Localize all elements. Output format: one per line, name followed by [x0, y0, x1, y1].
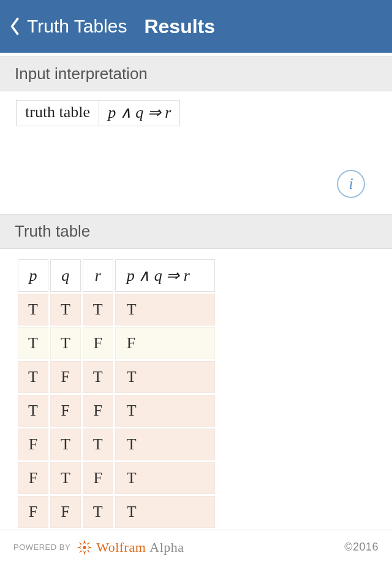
table-cell: T	[115, 496, 215, 528]
table-row: TFFT	[18, 395, 215, 427]
table-row: TTFF	[18, 327, 215, 359]
table-cell: T	[115, 361, 215, 393]
table-cell: F	[50, 361, 81, 393]
table-cell: T	[115, 462, 215, 494]
brand-second: Alpha	[149, 539, 184, 555]
svg-marker-1	[88, 546, 92, 548]
back-button-label[interactable]: Truth Tables	[27, 16, 127, 37]
svg-marker-5	[86, 549, 90, 553]
table-row: TTTT	[18, 294, 215, 326]
table-cell: T	[50, 429, 81, 460]
table-cell: T	[83, 496, 113, 528]
brand-first: Wolfram	[96, 539, 146, 555]
interpretation-label: truth table	[17, 101, 99, 126]
page-title: Results	[144, 15, 215, 38]
table-cell: T	[50, 462, 81, 494]
col-header-p: p	[18, 259, 48, 292]
info-icon[interactable]: i	[337, 170, 365, 198]
svg-marker-6	[79, 549, 83, 553]
svg-marker-3	[77, 546, 81, 548]
table-cell: T	[18, 395, 48, 427]
svg-marker-7	[79, 541, 83, 546]
table-cell: T	[50, 294, 81, 326]
col-header-result: p ∧ q ⇒ r	[115, 259, 215, 292]
table-cell: T	[115, 429, 215, 460]
table-cell: T	[18, 327, 48, 359]
wolfram-alpha-brand[interactable]: WolframAlpha	[77, 539, 184, 555]
table-cell: F	[83, 327, 113, 359]
navbar: Truth Tables Results	[0, 0, 392, 53]
truth-table-panel: p q r p ∧ q ⇒ r TTTTTTFFTFTTTFFTFTTTFTFT…	[0, 249, 392, 555]
powered-by-label: Powered by	[13, 543, 70, 552]
table-cell: F	[18, 462, 48, 494]
table-cell: F	[115, 327, 215, 359]
table-cell: F	[18, 429, 48, 460]
truth-table-header-row: p q r p ∧ q ⇒ r	[18, 259, 215, 292]
table-cell: F	[50, 496, 81, 528]
table-cell: T	[83, 361, 113, 393]
svg-marker-0	[83, 539, 86, 544]
col-header-r: r	[83, 259, 113, 292]
table-row: TFTT	[18, 361, 215, 393]
spikey-icon	[77, 539, 92, 555]
table-cell: T	[115, 395, 215, 427]
table-row: FTTT	[18, 429, 215, 460]
section-header-truth-table: Truth table	[0, 214, 392, 249]
svg-marker-4	[86, 541, 91, 545]
table-cell: F	[18, 496, 48, 528]
interpretation-expression: p ∧ q ⇒ r	[99, 101, 179, 126]
svg-point-8	[83, 546, 86, 549]
table-cell: F	[83, 462, 113, 494]
table-cell: T	[83, 294, 113, 326]
table-row: FFTT	[18, 496, 215, 528]
table-cell: F	[50, 395, 81, 427]
table-row: FTFT	[18, 462, 215, 494]
table-cell: T	[18, 294, 48, 326]
truth-table: p q r p ∧ q ⇒ r TTTTTTFFTFTTTFFTFTTTFTFT…	[16, 257, 217, 555]
table-cell: F	[83, 395, 113, 427]
col-header-q: q	[50, 259, 81, 292]
back-chevron-icon[interactable]	[9, 15, 22, 38]
section-header-input-interpretation: Input interpretation	[0, 56, 392, 91]
svg-marker-2	[83, 551, 86, 555]
copyright-label: ©2016	[344, 541, 379, 554]
table-cell: T	[50, 327, 81, 359]
table-cell: T	[115, 294, 215, 326]
input-interpretation-panel: truth table p ∧ q ⇒ r i	[0, 91, 392, 214]
interpretation-box: truth table p ∧ q ⇒ r	[16, 100, 180, 126]
table-cell: T	[18, 361, 48, 393]
footer: Powered by WolframAlpha ©2016	[0, 530, 392, 564]
table-cell: T	[83, 429, 113, 460]
